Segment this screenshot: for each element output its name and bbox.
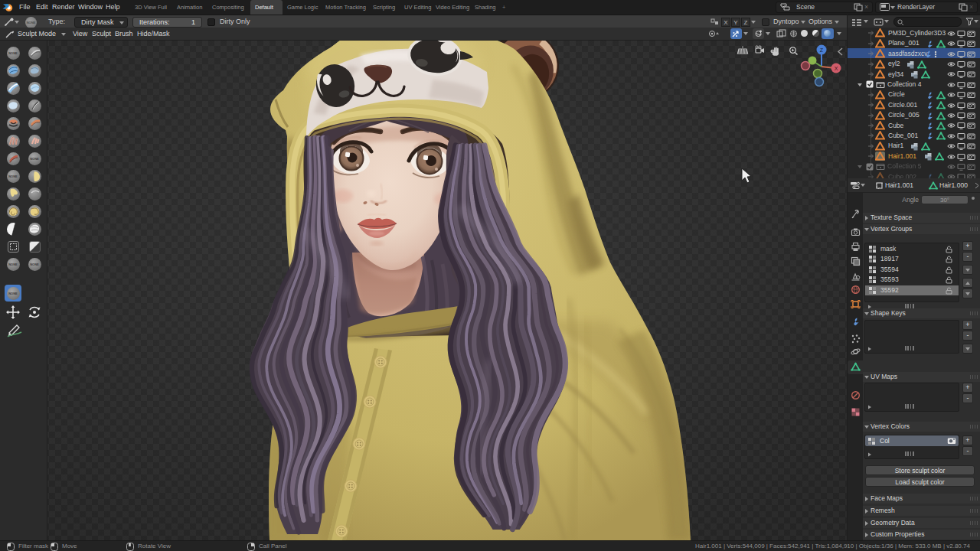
- svg-text:Z: Z: [820, 47, 824, 53]
- svg-text:X: X: [835, 66, 838, 71]
